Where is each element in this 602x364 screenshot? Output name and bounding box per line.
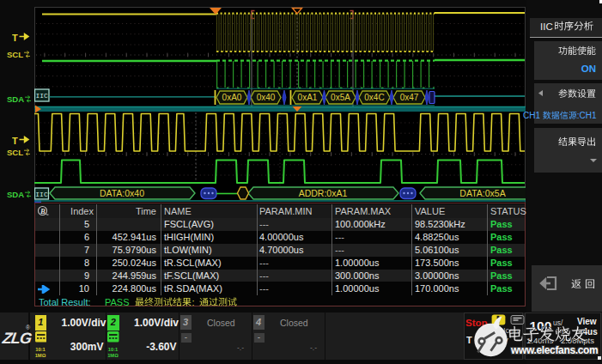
svg-text:CH1: CH1 bbox=[523, 111, 540, 120]
svg-text:0x40: 0x40 bbox=[257, 93, 276, 102]
svg-text:T: T bbox=[12, 33, 18, 43]
svg-text:IIC: IIC bbox=[540, 21, 553, 31]
svg-text:DATA:0x40: DATA:0x40 bbox=[100, 188, 144, 198]
svg-text:IIC: IIC bbox=[35, 191, 48, 198]
svg-text:0xA1: 0xA1 bbox=[298, 93, 318, 102]
svg-text:T: T bbox=[12, 136, 18, 146]
svg-text:0x5A: 0x5A bbox=[331, 93, 350, 102]
svg-text:IIC: IIC bbox=[35, 92, 48, 100]
svg-text:0x4C: 0x4C bbox=[364, 93, 384, 102]
svg-text:DATA:0x5A: DATA:0x5A bbox=[459, 188, 505, 198]
svg-text::: : bbox=[192, 297, 195, 307]
svg-text:B: B bbox=[40, 207, 46, 215]
svg-text:0xA0: 0xA0 bbox=[222, 93, 242, 102]
svg-text:0x47: 0x47 bbox=[400, 93, 419, 102]
svg-text:ADDR:0xA1: ADDR:0xA1 bbox=[299, 188, 348, 198]
svg-text::CH1: :CH1 bbox=[577, 111, 597, 120]
